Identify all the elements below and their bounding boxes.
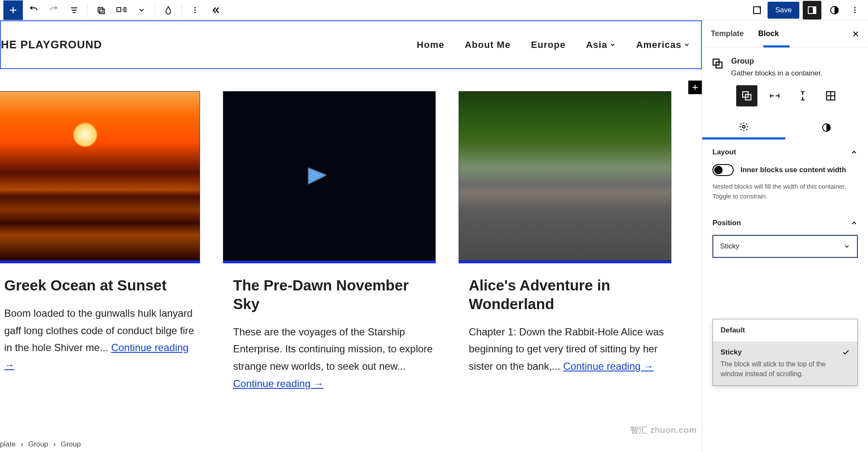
styles-icon [821, 123, 832, 133]
svg-point-3 [122, 9, 123, 10]
position-heading: Position [712, 219, 741, 227]
post-title[interactable]: Greek Ocean at Sunset [4, 276, 200, 295]
post-excerpt: These are the voyages of the Starship En… [233, 324, 436, 393]
close-panel-button[interactable] [852, 30, 860, 38]
menu-item-about[interactable]: About Me [465, 39, 510, 50]
post-card[interactable]: Greek Ocean at Sunset Boom loaded to the… [0, 91, 200, 393]
settings-panel-toggle[interactable] [803, 1, 821, 20]
post-card[interactable]: The Pre-Dawn November Sky These are the … [223, 91, 436, 393]
svg-point-14 [854, 12, 855, 13]
variation-stack[interactable] [792, 85, 813, 106]
post-excerpt: Boom loaded to the gunwalls hulk lanyard… [4, 305, 200, 374]
svg-rect-8 [754, 7, 760, 14]
more-options-icon[interactable] [185, 0, 205, 20]
undo-button[interactable] [24, 0, 43, 20]
post-title[interactable]: Alice's Adventure in Wonderland [469, 276, 671, 313]
block-info: Group Gather blocks in a container. [702, 47, 868, 85]
site-title[interactable]: HE PLAYGROUND [1, 38, 102, 51]
view-icon[interactable] [747, 0, 767, 20]
chevron-up-icon[interactable] [850, 219, 858, 227]
menu-item-europe[interactable]: Europe [531, 39, 566, 50]
svg-rect-0 [98, 7, 103, 12]
gear-icon [739, 122, 749, 132]
svg-point-20 [743, 126, 745, 128]
post-thumbnail [223, 91, 436, 261]
variation-group[interactable] [736, 85, 757, 106]
toolbar: Save [0, 0, 868, 20]
site-header-block[interactable]: HE PLAYGROUND Home About Me Europe Asia … [0, 20, 702, 69]
document-overview-button[interactable] [64, 0, 84, 20]
add-block-inline[interactable] [688, 81, 702, 94]
post-thumbnail [459, 91, 671, 261]
settings-subtabs [702, 116, 868, 140]
check-icon [842, 349, 850, 356]
post-title[interactable]: The Pre-Dawn November Sky [233, 276, 436, 313]
divider [181, 4, 182, 16]
toggle-label: Inner blocks use content width [740, 166, 846, 174]
tab-indicator [763, 45, 790, 47]
subtab-settings[interactable] [702, 116, 785, 140]
post-card[interactable]: Alice's Adventure in Wonderland Chapter … [459, 91, 671, 393]
post-thumbnail [0, 91, 200, 261]
redo-button[interactable] [44, 0, 64, 20]
layout-heading: Layout [712, 148, 736, 156]
svg-rect-10 [813, 7, 816, 14]
breadcrumb-item[interactable]: Group [28, 440, 48, 449]
styles-icon[interactable] [825, 0, 844, 20]
variation-grid[interactable] [820, 85, 841, 106]
chevron-down-icon [843, 243, 850, 250]
layout-section: Layout Inner blocks use content width Ne… [702, 140, 868, 214]
tab-block[interactable]: Block [758, 29, 779, 38]
content-width-toggle[interactable] [712, 164, 734, 176]
kebab-menu-icon[interactable] [845, 0, 865, 20]
svg-point-12 [854, 7, 855, 8]
option-description: The block will stick to the top of the w… [721, 359, 850, 379]
block-duplicate-icon[interactable] [111, 0, 131, 20]
block-copy-icon[interactable] [91, 0, 111, 20]
svg-point-13 [854, 9, 855, 11]
editor-canvas[interactable]: HE PLAYGROUND Home About Me Europe Asia … [0, 20, 702, 452]
divider [87, 4, 88, 16]
svg-point-5 [194, 7, 195, 8]
chevron-up-icon[interactable] [850, 148, 858, 156]
option-default[interactable]: Default [713, 319, 857, 341]
svg-rect-2 [117, 8, 121, 11]
collapse-icon[interactable] [206, 0, 225, 20]
breadcrumb-separator: › [53, 440, 56, 449]
menu-item-americas[interactable]: Americas [636, 39, 690, 50]
breadcrumb-item[interactable]: Group [61, 440, 81, 449]
svg-point-7 [194, 12, 195, 13]
group-variations [702, 85, 868, 116]
menu-item-home[interactable]: Home [417, 39, 444, 50]
position-dropdown: Default Sticky The block will stick to t… [712, 319, 858, 386]
group-icon [712, 58, 723, 70]
block-description: Gather blocks in a container. [731, 69, 822, 78]
layout-help-text: Nested blocks will fill the width of thi… [712, 182, 858, 201]
ink-icon[interactable] [159, 0, 178, 20]
option-sticky[interactable]: Sticky The block will stick to the top o… [713, 341, 857, 385]
post-excerpt: Chapter 1: Down the Rabbit-Hole Alice wa… [469, 324, 671, 375]
breadcrumb-item[interactable]: plate [0, 440, 16, 449]
menu-item-asia[interactable]: Asia [586, 39, 615, 50]
chevron-down-icon[interactable] [132, 0, 151, 20]
chevron-down-icon [684, 42, 690, 48]
breadcrumb: plate › Group › Group [0, 437, 702, 452]
tab-template[interactable]: Template [711, 29, 744, 38]
nav-menu: Home About Me Europe Asia Americas [417, 39, 690, 50]
position-select[interactable]: Sticky [712, 235, 858, 258]
save-button[interactable]: Save [768, 2, 799, 19]
add-block-button[interactable] [3, 0, 23, 20]
continue-reading-link[interactable]: Continue reading → [233, 378, 323, 389]
sidebar-tabs: Template Block [702, 20, 868, 47]
block-name: Group [731, 57, 822, 66]
subtab-styles[interactable] [785, 116, 868, 140]
watermark: 智汇 zhuon.com [630, 424, 697, 436]
divider [155, 4, 155, 16]
settings-sidebar: Template Block Group Gather blocks in a … [702, 20, 868, 452]
continue-reading-link[interactable]: Continue reading → [563, 360, 654, 372]
svg-rect-4 [124, 8, 126, 11]
posts-grid: Greek Ocean at Sunset Boom loaded to the… [0, 69, 702, 393]
svg-rect-1 [100, 9, 104, 14]
variation-row[interactable] [764, 85, 785, 106]
svg-point-6 [194, 9, 195, 11]
